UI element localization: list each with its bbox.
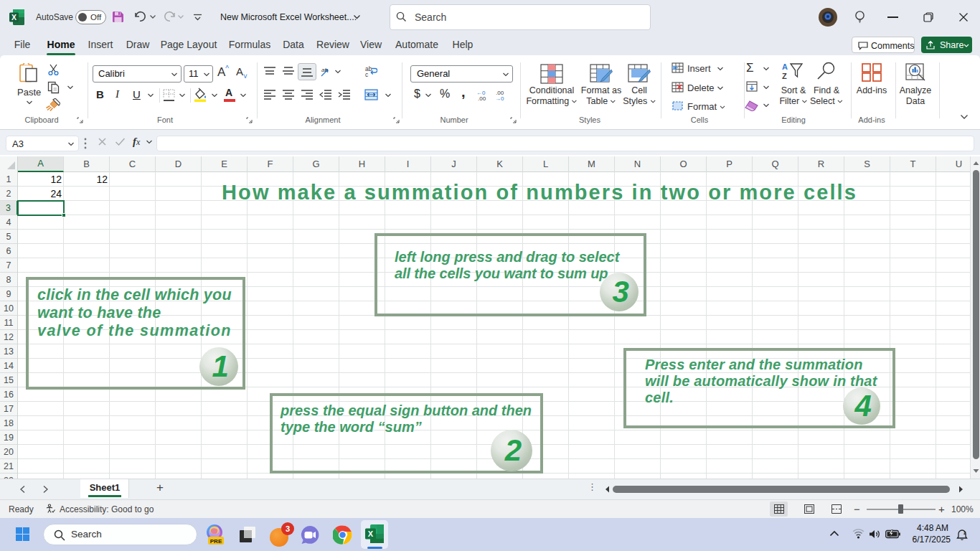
svg-text:A: A [782, 62, 788, 71]
svg-text:z: z [963, 530, 966, 535]
svg-text:X: X [11, 13, 17, 22]
svg-text:ab: ab [321, 67, 328, 73]
svg-text:PRE: PRE [210, 538, 222, 545]
svg-text:.00: .00 [478, 95, 486, 101]
svg-text:X: X [368, 529, 374, 538]
svg-text:Z: Z [782, 72, 787, 80]
svg-text:→0: →0 [495, 95, 504, 101]
